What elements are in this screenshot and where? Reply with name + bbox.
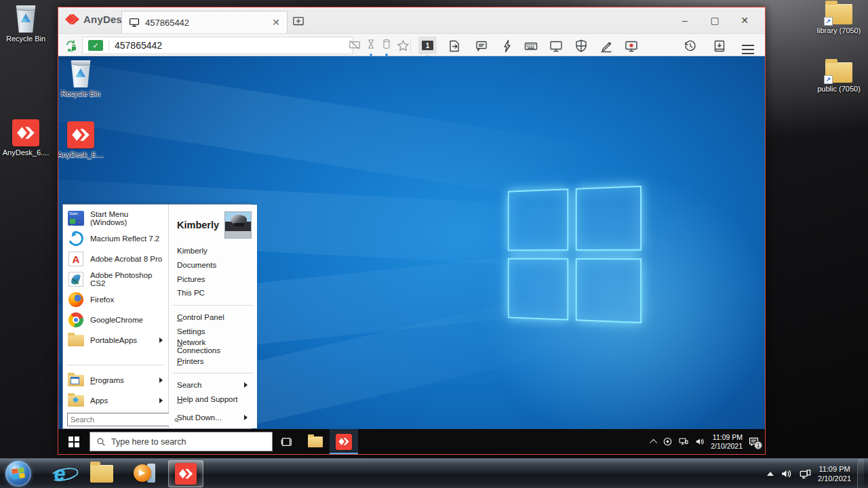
- menu-item-network-connections[interactable]: Network Connections: [169, 338, 257, 354]
- monitor-1-button[interactable]: 1: [418, 37, 437, 54]
- remote-taskbar-search[interactable]: Type here to search: [90, 432, 273, 451]
- network-icon[interactable]: [678, 436, 689, 447]
- whiteboard-button[interactable]: [599, 39, 614, 54]
- menu-item-google-chrome[interactable]: GoogleChrome: [63, 310, 168, 330]
- action-center-button[interactable]: 1: [748, 436, 760, 447]
- file-explorer-button[interactable]: [301, 429, 330, 454]
- maximize-button[interactable]: ▢: [700, 7, 730, 33]
- media-player-button[interactable]: [126, 460, 161, 487]
- display-settings-button[interactable]: [549, 39, 564, 54]
- keyboard-settings-button[interactable]: [524, 39, 538, 54]
- address-book-button[interactable]: [712, 39, 727, 54]
- icon-label: public (7050): [813, 85, 865, 93]
- folder-shortcut-icon: ↗: [825, 62, 852, 83]
- volume-icon[interactable]: [694, 436, 705, 447]
- search-icon[interactable]: ⌕: [174, 414, 178, 425]
- menu-item-portableapps[interactable]: PortableApps: [63, 330, 168, 350]
- notification-count-badge: 1: [754, 441, 762, 449]
- host-anydesk-installer-icon[interactable]: AnyDesk_6....: [0, 119, 52, 157]
- search-icon: [96, 437, 106, 447]
- menu-item-firefox[interactable]: Firefox: [63, 289, 168, 310]
- menu-item-printers[interactable]: Printers: [169, 354, 257, 368]
- menu-item-pictures[interactable]: Pictures: [169, 272, 257, 286]
- anydesk-taskbar-button[interactable]: [330, 429, 358, 454]
- start-menu-left-column: Start Menu (Windows) Macrium Reflect 7.2…: [63, 205, 169, 428]
- anydesk-tray-icon[interactable]: [663, 436, 673, 447]
- host-start-button[interactable]: [5, 461, 31, 487]
- icon-label: AnyDesk_6....: [0, 148, 52, 157]
- volume-icon[interactable]: [780, 468, 793, 480]
- task-view-icon: [281, 436, 293, 448]
- user-avatar[interactable]: [224, 211, 252, 239]
- remote-taskbar: Type here to search 11:09 PM: [58, 429, 765, 454]
- chat-button[interactable]: [474, 39, 489, 54]
- anydesk-titlebar[interactable]: AnyDesk 457865442 ✕ – ▢ ✕: [58, 7, 765, 33]
- host-public-folder-icon[interactable]: ↗ public (7050): [813, 62, 865, 93]
- host-system-tray: 11:09 PM 2/10/2021: [767, 459, 868, 488]
- menu-item-adobe-acrobat[interactable]: A Adobe Acrobat 8 Pro: [63, 249, 168, 269]
- anydesk-toolbar: ✓ 457865442 1: [58, 33, 765, 56]
- remote-recycle-bin-icon[interactable]: Recycle Bin: [58, 60, 106, 98]
- menu-item-user-folder[interactable]: Kimberly: [169, 244, 257, 258]
- anydesk-logo-icon: [67, 121, 94, 148]
- recycle-bin-glyph: [14, 5, 37, 33]
- windows-explorer-button[interactable]: [84, 460, 119, 487]
- menu-item-this-pc[interactable]: This PC: [169, 286, 257, 300]
- task-view-button[interactable]: [273, 429, 301, 454]
- user-header[interactable]: Kimberly: [169, 209, 257, 244]
- start-tile-icon: [67, 210, 85, 226]
- anydesk-host-taskbar-button[interactable]: [168, 460, 203, 487]
- host-recycle-bin-icon[interactable]: Recycle Bin: [0, 5, 52, 43]
- show-desktop-button[interactable]: [857, 459, 864, 488]
- menu-item-adobe-photoshop[interactable]: Adobe Photoshop CS2: [63, 269, 168, 289]
- tray-expand-icon[interactable]: [650, 439, 657, 446]
- menu-item-settings[interactable]: Settings: [169, 324, 257, 338]
- menu-item-documents[interactable]: Documents: [169, 258, 257, 272]
- session-record-button[interactable]: [624, 39, 639, 54]
- remote-desktop-viewport[interactable]: Recycle Bin AnyDesk_6.... Start Menu (Wi…: [58, 56, 765, 454]
- start-menu-search-input[interactable]: [67, 413, 170, 426]
- actions-button[interactable]: [500, 39, 515, 54]
- history-button[interactable]: [683, 39, 698, 54]
- menu-item-macrium-reflect[interactable]: Macrium Reflect 7.2: [63, 228, 168, 249]
- clipboard-sync-icon[interactable]: [381, 38, 392, 53]
- menu-item-search[interactable]: Search: [169, 378, 257, 392]
- media-player-icon: [132, 464, 155, 484]
- tray-expand-icon[interactable]: [767, 472, 774, 476]
- menu-item-apps[interactable]: Apps: [63, 390, 168, 411]
- menu-item-label: Start Menu (Windows): [90, 210, 164, 226]
- hourglass-icon[interactable]: [366, 38, 376, 53]
- anydesk-logo-icon: [175, 463, 197, 485]
- menu-item-label: Network Connections: [177, 338, 249, 354]
- anydesk-logo-icon: [65, 14, 79, 24]
- session-tab[interactable]: 457865442 ✕: [121, 11, 288, 33]
- network-icon[interactable]: [799, 468, 812, 480]
- menu-item-help-and-support[interactable]: Help and Support: [169, 392, 257, 407]
- display-off-icon[interactable]: [349, 39, 361, 52]
- file-transfer-button[interactable]: [447, 39, 462, 54]
- remote-start-button[interactable]: [58, 429, 90, 454]
- icon-label: AnyDesk_6....: [58, 150, 106, 159]
- remote-anydesk-installer-icon[interactable]: AnyDesk_6....: [58, 121, 106, 159]
- menu-item-control-panel[interactable]: Control Panel: [169, 310, 257, 325]
- internet-explorer-button[interactable]: e: [42, 460, 77, 487]
- new-session-tab-button[interactable]: [292, 16, 304, 30]
- close-button[interactable]: ✕: [730, 7, 760, 33]
- menu-item-label: Help and Support: [177, 395, 249, 403]
- remote-clock[interactable]: 11:09 PM 2/10/2021: [711, 433, 743, 451]
- menu-item-start-menu-windows[interactable]: Start Menu (Windows): [63, 208, 168, 228]
- menu-item-label: Settings: [177, 327, 249, 336]
- host-library-folder-icon[interactable]: ↗ library (7050): [813, 4, 865, 35]
- menu-item-shut-down[interactable]: Shut Down...: [169, 410, 257, 424]
- tab-close-icon[interactable]: ✕: [272, 17, 280, 28]
- favorite-star-icon[interactable]: [397, 39, 410, 52]
- address-field[interactable]: ✓ 457865442: [82, 37, 353, 54]
- host-clock[interactable]: 11:09 PM 2/10/2021: [818, 464, 851, 483]
- menu-item-label: Control Panel: [177, 313, 249, 321]
- menu-button[interactable]: [741, 42, 755, 57]
- shortcut-arrow-icon: ↗: [824, 75, 833, 84]
- minimize-button[interactable]: –: [670, 7, 700, 33]
- permissions-button[interactable]: [574, 39, 589, 54]
- menu-item-programs[interactable]: Programs: [63, 370, 168, 390]
- menu-item-label: PortableApps: [90, 336, 154, 344]
